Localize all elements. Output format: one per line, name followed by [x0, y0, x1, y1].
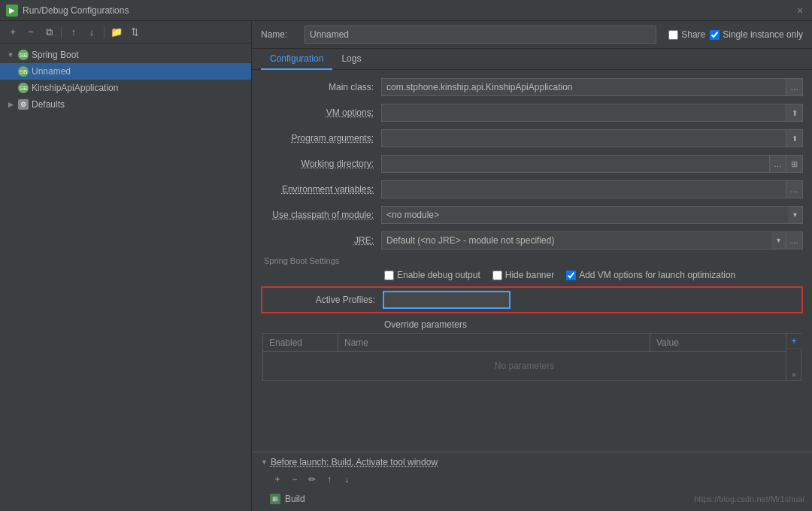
defaults-arrow: ▶: [6, 100, 15, 109]
enable-debug-text: Enable debug output: [397, 270, 480, 280]
add-config-button[interactable]: +: [5, 24, 21, 41]
classpath-select-wrapper: <no module> ▼: [381, 206, 803, 224]
main-class-label: Main class:: [261, 82, 381, 92]
title-bar: ▶ Run/Debug Configurations ×: [0, 0, 812, 21]
tabs-bar: Configuration Logs: [252, 49, 812, 70]
tree-label-unnamed: Unnamed: [32, 66, 71, 77]
tree-item-kinship[interactable]: SB KinshipApiApplication: [0, 80, 251, 96]
vm-options-row: VM options: ⬆: [261, 103, 803, 122]
hide-banner-checkbox[interactable]: [492, 271, 502, 280]
move-down-button[interactable]: ↓: [83, 24, 100, 41]
name-row: Name: Share Single instance only: [252, 21, 812, 49]
sort-button[interactable]: ⇅: [126, 24, 143, 41]
params-empty-text: No parameters: [263, 352, 786, 380]
active-profiles-input[interactable]: [383, 291, 511, 309]
tab-configuration[interactable]: Configuration: [261, 49, 332, 70]
move-up-button[interactable]: ↑: [65, 24, 82, 41]
single-instance-checkbox[interactable]: [710, 30, 720, 40]
env-vars-row: Environment variables: …: [261, 180, 803, 199]
name-field-label: Name:: [261, 29, 298, 40]
env-vars-browse-btn[interactable]: …: [786, 180, 803, 198]
main-class-input[interactable]: [381, 78, 786, 96]
override-parameters-label: Override parameters: [384, 319, 803, 330]
params-col-enabled: Enabled: [263, 334, 338, 351]
spring-boot-checkboxes: Enable debug output Hide banner Add VM o…: [261, 270, 803, 280]
enable-debug-checkbox-label[interactable]: Enable debug output: [384, 270, 480, 280]
tree-label-kinship: KinshipApiApplication: [32, 83, 118, 93]
jre-select-wrapper: Default (<no JRE> - module not specified…: [381, 231, 786, 249]
program-args-expand-btn[interactable]: ⬆: [786, 129, 803, 147]
spring-boot-settings-label: Spring Boot Settings: [261, 256, 803, 265]
before-launch-arrow-icon: ▼: [261, 458, 268, 466]
tree-label-spring-boot: Spring Boot: [32, 50, 79, 60]
title-bar-text: Run/Debug Configurations: [23, 5, 794, 16]
working-dir-browse-btn[interactable]: …: [770, 155, 786, 173]
before-launch-up-btn[interactable]: ↑: [322, 472, 337, 487]
tree-item-unnamed[interactable]: SB Unnamed: [0, 63, 251, 80]
params-side-buttons: + »: [786, 334, 801, 380]
params-scroll-button[interactable]: »: [786, 369, 801, 380]
program-args-label: Program arguments:: [261, 133, 381, 144]
title-bar-icon: ▶: [6, 5, 18, 17]
vm-options-input[interactable]: [381, 104, 786, 122]
unnamed-config-icon: SB: [18, 66, 29, 77]
single-instance-text: Single instance only: [723, 29, 803, 40]
before-launch-down-btn[interactable]: ↓: [339, 472, 354, 487]
hide-banner-checkbox-label[interactable]: Hide banner: [492, 270, 554, 280]
classpath-select[interactable]: <no module>: [381, 206, 803, 224]
share-checkbox-label[interactable]: Share: [668, 29, 705, 40]
working-dir-label: Working directory:: [261, 159, 381, 169]
params-add-button[interactable]: +: [786, 334, 801, 349]
main-class-row: Main class: …: [261, 77, 803, 97]
left-panel: + − ⧉ ↑ ↓ 📁 ⇅ ▼ SB Spring Boot SB Unname…: [0, 21, 252, 511]
enable-debug-checkbox[interactable]: [384, 271, 394, 280]
share-label-text: Share: [681, 29, 705, 40]
before-launch-toolbar: + − ✏ ↑ ↓: [261, 472, 803, 487]
main-container: + − ⧉ ↑ ↓ 📁 ⇅ ▼ SB Spring Boot SB Unname…: [0, 21, 812, 511]
toolbar-divider-1: [61, 26, 62, 38]
jre-row: JRE: Default (<no JRE> - module not spec…: [261, 231, 803, 250]
add-vm-checkbox[interactable]: [566, 271, 576, 280]
share-checkbox[interactable]: [668, 30, 678, 40]
active-profiles-label: Active Profiles:: [265, 295, 383, 305]
tab-logs[interactable]: Logs: [332, 49, 370, 70]
vm-options-label: VM options:: [261, 107, 381, 118]
remove-config-button[interactable]: −: [23, 24, 39, 41]
tree-item-defaults[interactable]: ▶ ⚙ Defaults: [0, 96, 251, 113]
before-launch-header: ▼ Before launch: Build, Activate tool wi…: [261, 457, 803, 467]
config-tree: ▼ SB Spring Boot SB Unnamed SB KinshipAp…: [0, 44, 251, 511]
env-vars-input[interactable]: [381, 180, 786, 198]
defaults-icon: ⚙: [18, 99, 29, 110]
toolbar-divider-2: [104, 26, 105, 38]
program-args-row: Program arguments: ⬆: [261, 129, 803, 148]
tree-toolbar: + − ⧉ ↑ ↓ 📁 ⇅: [0, 21, 251, 44]
params-col-value: Value: [650, 334, 786, 351]
working-dir-input[interactable]: [381, 155, 770, 173]
jre-label: JRE:: [261, 235, 381, 246]
active-profiles-wrapper: Active Profiles:: [261, 286, 803, 313]
config-content: Main class: … VM options: ⬆ Program argu…: [252, 70, 812, 452]
hide-banner-text: Hide banner: [505, 270, 554, 280]
tree-item-spring-boot[interactable]: ▼ SB Spring Boot: [0, 47, 251, 63]
kinship-config-icon: SB: [18, 83, 29, 93]
spring-boot-icon: SB: [18, 50, 29, 60]
tree-label-defaults: Defaults: [32, 99, 65, 110]
classpath-row: Use classpath of module: <no module> ▼: [261, 205, 803, 225]
add-vm-checkbox-label[interactable]: Add VM options for launch optimization: [566, 270, 735, 280]
name-field-input[interactable]: [304, 26, 656, 44]
jre-browse-btn[interactable]: …: [786, 231, 803, 249]
folder-button[interactable]: 📁: [108, 24, 125, 41]
params-table-container: Enabled Name Value No parameters + »: [262, 333, 801, 381]
working-dir-macro-btn[interactable]: ⊞: [786, 155, 803, 173]
before-launch-edit-btn[interactable]: ✏: [304, 472, 320, 487]
before-launch-remove-btn[interactable]: −: [287, 472, 302, 487]
main-class-browse-btn[interactable]: …: [786, 78, 803, 96]
copy-config-button[interactable]: ⧉: [41, 24, 57, 41]
program-args-input[interactable]: [381, 129, 786, 147]
params-table-header: Enabled Name Value: [263, 334, 786, 352]
before-launch-add-btn[interactable]: +: [270, 472, 285, 487]
vm-options-expand-btn[interactable]: ⬆: [786, 104, 803, 122]
close-button[interactable]: ×: [794, 5, 806, 17]
jre-select[interactable]: Default (<no JRE> - module not specified…: [381, 231, 786, 249]
single-instance-label[interactable]: Single instance only: [710, 29, 803, 40]
